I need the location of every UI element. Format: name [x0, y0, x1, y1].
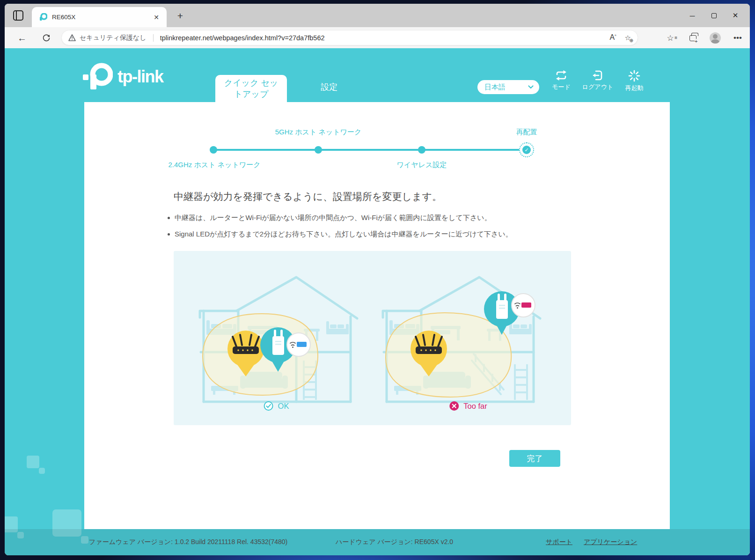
status-too-far: Too far [449, 401, 487, 411]
step-dot-3 [418, 146, 425, 154]
placement-illustration-panel: OK Too far [174, 251, 571, 425]
mode-button[interactable]: モード [543, 70, 579, 91]
instruction-list: 中継器は、ルーターとWi-Fiが届かない場所の中間点かつ、Wi-Fiが届く範囲内… [167, 214, 513, 246]
collections-icon[interactable] [687, 32, 698, 44]
mode-label: モード [552, 83, 571, 91]
favorites-icon[interactable]: ☆≡ [665, 32, 676, 44]
logout-button[interactable]: ログアウト [580, 70, 616, 91]
instruction-item: Signal LEDが点灯するまで2分ほどお待ち下さい。点灯しない場合は中継器を… [167, 230, 513, 239]
signal-bar-ok [297, 342, 307, 347]
refresh-button[interactable] [39, 31, 53, 45]
support-link[interactable]: サポート [546, 538, 572, 546]
logout-label: ログアウト [582, 83, 614, 91]
tplink-page: tp-link クイック セットアップ 設定 日本語 モード [5, 48, 750, 555]
read-aloud-icon[interactable]: Aⁿ [610, 33, 616, 42]
back-button[interactable]: ← [15, 31, 29, 45]
browser-tab-strip: RE605X ✕ + ─ ✕ [5, 4, 750, 27]
window-minimize-button[interactable]: ─ [682, 4, 703, 27]
reboot-icon [628, 70, 640, 82]
window-maximize-button[interactable] [703, 4, 725, 27]
status-ok: OK [264, 401, 289, 411]
house-toofar-illustration [374, 268, 543, 413]
tab-title: RE605X [52, 14, 151, 21]
step-label-5ghz: 5GHz ホスト ネットワーク [275, 128, 362, 137]
reboot-label: 再起動 [625, 84, 644, 92]
signal-bubble [287, 333, 310, 356]
signal-bar-weak [521, 302, 531, 308]
too-far-label: Too far [463, 402, 487, 411]
security-label: セキュリティ保護なし [80, 34, 147, 42]
refresh-icon [42, 34, 51, 42]
url-text: tplinkrepeater.net/webpages/index.html?v… [160, 34, 601, 42]
tplink-logo: tp-link [82, 62, 163, 91]
content-card: ✓ 2.4GHz ホスト ネットワーク 5GHz ホスト ネットワーク ワイヤレ… [84, 102, 670, 529]
security-warning-icon[interactable] [68, 34, 76, 41]
address-divider [153, 34, 154, 42]
step-current-badge: ✓ [519, 142, 534, 157]
ok-label: OK [278, 402, 289, 411]
ok-check-icon [264, 401, 274, 411]
tab-workspaces-icon[interactable] [13, 10, 23, 21]
new-tab-button[interactable]: + [174, 10, 186, 22]
logo-text: tp-link [117, 67, 163, 87]
window-close-button[interactable]: ✕ [725, 4, 746, 27]
logout-icon [592, 70, 604, 81]
add-favorite-icon[interactable]: ☆⊕ [625, 34, 631, 42]
page-footer: ファームウェア バージョン: 1.0.2 Build 20211118 Rel.… [5, 529, 750, 555]
browser-tab[interactable]: RE605X ✕ [32, 7, 167, 27]
house-ok-illustration [191, 268, 360, 413]
tplink-favicon-icon [39, 13, 47, 21]
address-bar[interactable]: セキュリティ保護なし tplinkrepeater.net/webpages/i… [61, 30, 638, 45]
decor-square [39, 468, 45, 474]
step-label-24ghz: 2.4GHz ホスト ネットワーク [169, 161, 261, 169]
browser-menu-icon[interactable]: ••• [732, 32, 743, 44]
check-icon: ✓ [522, 146, 531, 154]
step-dot-2 [315, 146, 322, 154]
step-label-wireless: ワイヤレス設定 [397, 161, 447, 169]
browser-toolbar: ← セキュリティ保護なし tplinkrepeater.net/webpages… [5, 27, 750, 48]
site-header: tp-link クイック セットアップ 設定 日本語 モード [5, 48, 750, 102]
signal-bubble [512, 294, 535, 317]
language-value: 日本語 [484, 83, 528, 92]
done-button[interactable]: 完了 [509, 450, 560, 467]
mode-icon [555, 70, 568, 81]
reboot-button[interactable]: 再起動 [616, 70, 652, 92]
tplink-logo-icon [82, 62, 113, 91]
step-label-relocate: 再配置 [516, 128, 537, 137]
profile-avatar[interactable] [710, 32, 721, 44]
applications-link[interactable]: アプリケーション [584, 538, 637, 546]
instruction-item: 中継器は、ルーターとWi-Fiが届かない場所の中間点かつ、Wi-Fiが届く範囲内… [167, 214, 513, 222]
too-far-x-icon [449, 401, 459, 411]
step-dot-1 [210, 146, 217, 154]
tab-quick-setup[interactable]: クイック セットアップ [215, 75, 287, 102]
hardware-version-text: ハードウェア バージョン: RE605X v2.0 [336, 538, 453, 546]
browser-window: RE605X ✕ + ─ ✕ ← セキュリティ保護なし tplinkr [5, 4, 750, 555]
decor-square [27, 456, 39, 468]
tab-close-icon[interactable]: ✕ [151, 12, 162, 23]
page-heading: 中継器が効力を発揮できるように、設置場所を変更します。 [174, 190, 442, 203]
stepper-line [213, 149, 527, 151]
language-select[interactable]: 日本語 [477, 80, 539, 94]
chevron-down-icon [528, 85, 534, 89]
tab-settings[interactable]: 設定 [308, 81, 350, 93]
wifi-coverage-blob [386, 313, 511, 397]
firmware-version-text: ファームウェア バージョン: 1.0.2 Build 20211118 Rel.… [89, 538, 287, 546]
